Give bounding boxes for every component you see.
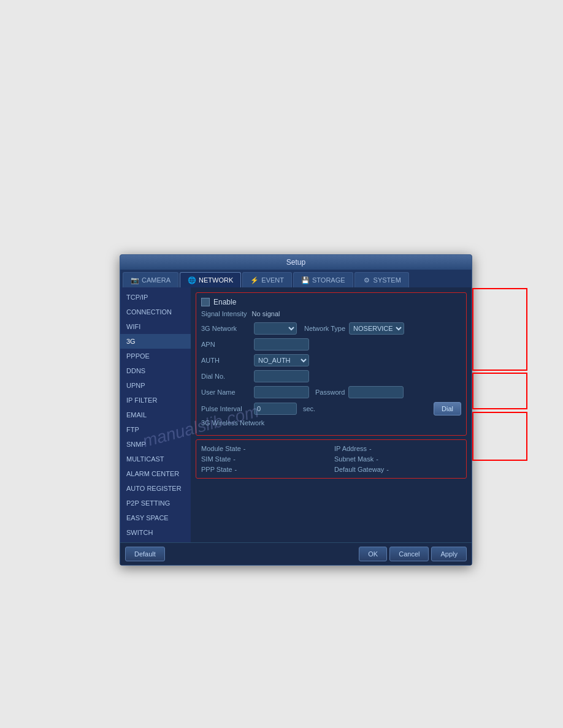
apn-label: APN	[201, 341, 250, 348]
tab-network[interactable]: 🌐 NETWORK	[180, 272, 241, 287]
password-label: Password	[315, 389, 345, 396]
footer-right-buttons: OK Cancel Apply	[359, 547, 467, 561]
network-type-select[interactable]: NOSERVICE	[349, 322, 404, 335]
annotation-box-3	[472, 412, 527, 461]
default-gateway-item: Default Gateway -	[334, 466, 461, 473]
password-input[interactable]	[348, 386, 404, 398]
network-type-label: Network Type	[304, 325, 345, 332]
sidebar: TCP/IP CONNECTION WIFI 3G PPPOE DDNS UPN…	[120, 287, 191, 542]
subnet-mask-sep: -	[376, 455, 378, 463]
sidebar-item-wifi[interactable]: WIFI	[120, 319, 191, 334]
annotation-box-1	[472, 288, 527, 371]
enable-row: Enable	[201, 298, 461, 306]
sim-state-label: SIM State	[201, 455, 231, 463]
settings-section: Enable Signal Intensity No signal 3G Net…	[196, 292, 467, 436]
apn-row: APN	[201, 338, 461, 351]
sidebar-item-easy-space[interactable]: EASY SPACE	[120, 510, 191, 525]
wireless-section-label: 3G Wireless Network	[201, 419, 461, 427]
tab-storage[interactable]: 💾 STORAGE	[293, 272, 353, 287]
ip-address-label: IP Address	[334, 445, 367, 452]
sidebar-item-3g[interactable]: 3G	[120, 334, 191, 349]
sidebar-item-email[interactable]: EMAIL	[120, 408, 191, 422]
auth-select[interactable]: NO_AUTH	[254, 354, 309, 366]
sim-state-item: SIM State -	[201, 455, 328, 463]
sec-label: sec.	[303, 405, 315, 412]
pulse-label: Pulse Interval	[201, 405, 250, 412]
event-icon: ⚡	[250, 276, 259, 284]
setup-dialog: Setup 📷 CAMERA 🌐 NETWORK ⚡ EVENT 💾 STORA…	[120, 254, 472, 566]
storage-icon: 💾	[301, 276, 310, 284]
ppp-state-sep: -	[235, 466, 237, 473]
status-section: Module State - IP Address - SIM State - …	[196, 439, 467, 479]
camera-icon: 📷	[131, 276, 139, 284]
sidebar-item-connection[interactable]: CONNECTION	[120, 305, 191, 319]
sidebar-item-alarm-center[interactable]: ALARM CENTER	[120, 466, 191, 481]
ip-address-sep: -	[369, 445, 372, 452]
network-row: 3G Network Network Type NOSERVICE	[201, 322, 461, 335]
auth-row: AUTH NO_AUTH	[201, 354, 461, 366]
default-button[interactable]: Default	[125, 547, 165, 561]
sidebar-item-pppoe[interactable]: PPPOE	[120, 349, 191, 363]
system-icon: ⚙	[362, 276, 371, 284]
default-gateway-label: Default Gateway	[334, 466, 384, 473]
dialog-body: TCP/IP CONNECTION WIFI 3G PPPOE DDNS UPN…	[120, 287, 472, 542]
ppp-state-item: PPP State -	[201, 466, 328, 473]
sidebar-item-ip-filter[interactable]: IP FILTER	[120, 393, 191, 408]
tab-event[interactable]: ⚡ EVENT	[242, 272, 292, 287]
dial-no-input[interactable]	[254, 370, 309, 382]
pulse-input[interactable]	[254, 403, 297, 415]
username-label: User Name	[201, 389, 250, 396]
auth-label: AUTH	[201, 357, 250, 364]
sidebar-item-switch[interactable]: SWITCH	[120, 525, 191, 540]
signal-value: No signal	[252, 310, 280, 317]
enable-checkbox[interactable]	[201, 298, 210, 306]
dial-button[interactable]: Dial	[434, 402, 461, 415]
apply-button[interactable]: Apply	[431, 547, 467, 561]
tab-system[interactable]: ⚙ SYSTEM	[354, 272, 409, 287]
sidebar-item-snmp[interactable]: SNMP	[120, 437, 191, 452]
sidebar-item-multicast[interactable]: MULTICAST	[120, 452, 191, 466]
sim-state-sep: -	[233, 455, 236, 463]
username-row: User Name Password	[201, 386, 461, 398]
module-state-sep: -	[243, 445, 246, 452]
main-content: Enable Signal Intensity No signal 3G Net…	[191, 287, 472, 542]
sidebar-item-ddns[interactable]: DDNS	[120, 363, 191, 378]
username-input[interactable]	[254, 386, 309, 398]
ok-button[interactable]: OK	[359, 547, 387, 561]
sidebar-item-tcpip[interactable]: TCP/IP	[120, 290, 191, 305]
enable-label: Enable	[213, 298, 236, 306]
ppp-state-label: PPP State	[201, 466, 232, 473]
dial-no-row: Dial No.	[201, 370, 461, 382]
module-state-label: Module State	[201, 445, 241, 452]
tab-camera[interactable]: 📷 CAMERA	[123, 272, 178, 287]
network-select[interactable]	[254, 322, 297, 335]
pulse-row: Pulse Interval sec. Dial	[201, 402, 461, 415]
signal-row: Signal Intensity No signal	[201, 310, 461, 317]
ip-address-item: IP Address -	[334, 445, 461, 452]
annotation-box-2	[472, 373, 527, 409]
sidebar-item-upnp[interactable]: UPNP	[120, 378, 191, 393]
cancel-button[interactable]: Cancel	[389, 547, 429, 561]
network-icon: 🌐	[188, 276, 196, 284]
dialog-title: Setup	[120, 255, 472, 270]
module-state-item: Module State -	[201, 445, 328, 452]
sidebar-item-p2p-setting[interactable]: P2P SETTING	[120, 496, 191, 510]
sidebar-item-auto-register[interactable]: AUTO REGISTER	[120, 481, 191, 496]
apn-input[interactable]	[254, 338, 309, 351]
dialog-footer: Default OK Cancel Apply	[120, 542, 472, 565]
sidebar-item-ftp[interactable]: FTP	[120, 422, 191, 437]
subnet-mask-label: Subnet Mask	[334, 455, 373, 463]
signal-intensity-label: Signal Intensity	[201, 310, 247, 317]
network-label: 3G Network	[201, 325, 250, 332]
status-grid: Module State - IP Address - SIM State - …	[201, 445, 461, 473]
subnet-mask-item: Subnet Mask -	[334, 455, 461, 463]
tab-bar: 📷 CAMERA 🌐 NETWORK ⚡ EVENT 💾 STORAGE ⚙ S…	[120, 270, 472, 287]
default-gateway-sep: -	[386, 466, 389, 473]
dial-no-label: Dial No.	[201, 373, 250, 380]
